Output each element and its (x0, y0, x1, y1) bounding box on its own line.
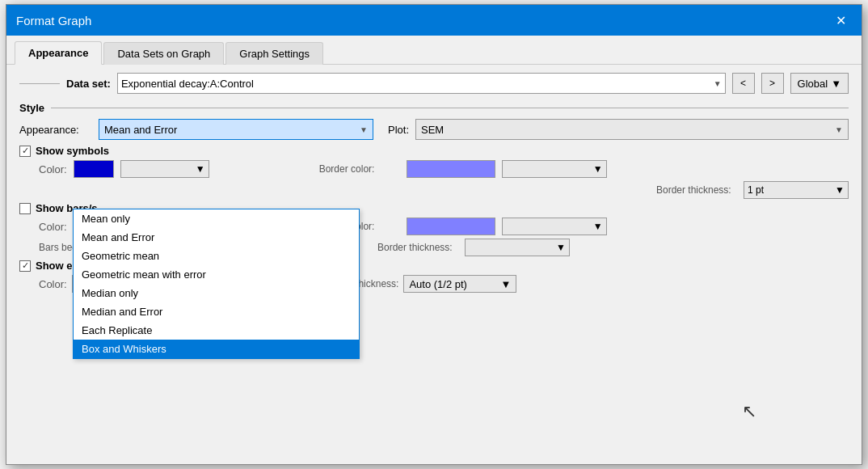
global-label: Global (798, 78, 828, 90)
dataset-row: Data set: Exponential decay:A:Control ▼ … (19, 73, 849, 94)
plot-value: SEM (421, 124, 444, 136)
appearance-value: Mean and Error (104, 124, 177, 136)
symbols-thickness-row: Border thickness: 1 pt ▼ (19, 181, 849, 199)
bars-thickness-arrow: ▼ (556, 242, 566, 253)
symbols-border-dropdown[interactable]: ▼ (502, 160, 607, 178)
bars-border-dropdown[interactable]: ▼ (502, 218, 607, 235)
bars-thickness-label: Border thickness: (377, 242, 458, 253)
show-error-bars-checkbox[interactable] (19, 260, 31, 272)
dd-item-mean-only[interactable]: Mean only (74, 209, 359, 228)
dataset-label: Data set: (66, 78, 111, 90)
thickness-arrow: ▼ (501, 278, 512, 290)
dataset-prev-button[interactable]: < (732, 73, 755, 94)
appearance-dropdown-arrow: ▼ (360, 125, 368, 134)
dd-item-median-only[interactable]: Median only (74, 284, 359, 302)
symbols-border-color-label: Border color: (319, 163, 400, 175)
tabs-bar: Appearance Data Sets on Graph Graph Sett… (6, 36, 862, 65)
symbols-fill-dropdown[interactable]: ▼ (120, 160, 209, 178)
thickness-value: Auto (1/2 pt) (409, 278, 467, 290)
show-symbols-row: Show symbols (19, 145, 849, 157)
bars-thickness-dropdown[interactable]: ▼ (465, 239, 570, 256)
error-color-label: Color: (39, 278, 67, 290)
dd-item-mean-and-error[interactable]: Mean and Error (74, 228, 359, 247)
plot-dropdown-arrow: ▼ (835, 125, 843, 134)
dataset-select[interactable]: Exponential decay:A:Control ▼ (117, 73, 726, 94)
appearance-dropdown-popup: Mean only Mean and Error Geometric mean … (73, 209, 360, 359)
show-bars-checkbox[interactable] (19, 203, 31, 214)
thickness-dropdown[interactable]: Auto (1/2 pt) ▼ (403, 275, 516, 293)
dataset-next-button[interactable]: > (761, 73, 784, 94)
symbols-border-thickness-label: Border thickness: (656, 184, 737, 196)
title-bar: Format Graph ✕ (6, 5, 862, 36)
dd-item-each-replicate[interactable]: Each Replicate (74, 321, 359, 340)
appearance-row: Appearance: Mean and Error ▼ Plot: SEM ▼ (19, 119, 849, 140)
appearance-label: Appearance: (19, 124, 92, 136)
dialog-title: Format Graph (16, 14, 91, 27)
symbols-color-swatch[interactable] (74, 160, 114, 178)
bars-border-swatch[interactable] (407, 218, 495, 235)
symbols-thickness-dropdown[interactable]: 1 pt ▼ (744, 181, 849, 199)
dd-item-median-and-error[interactable]: Median and Error (74, 302, 359, 321)
tab-appearance[interactable]: Appearance (15, 41, 102, 65)
show-symbols-label: Show symbols (36, 145, 109, 157)
dataset-dropdown-arrow: ▼ (714, 79, 722, 88)
tab-graph-settings[interactable]: Graph Settings (225, 42, 323, 65)
symbols-color-row: Color: ▼ Border color: ▼ (19, 160, 849, 178)
plot-dropdown[interactable]: SEM ▼ (415, 119, 849, 140)
symbols-border-arrow: ▼ (593, 163, 603, 175)
tab-content: Data set: Exponential decay:A:Control ▼ … (6, 65, 862, 464)
symbols-border-swatch[interactable] (407, 160, 495, 178)
dd-item-box-whiskers[interactable]: Box and Whiskers (74, 340, 359, 358)
style-section-title: Style (19, 102, 849, 114)
bars-border-arrow: ▼ (593, 221, 603, 232)
dd-item-geometric-mean[interactable]: Geometric mean (74, 247, 359, 265)
dd-item-geometric-mean-error[interactable]: Geometric mean with error (74, 265, 359, 284)
symbols-thickness-value: 1 pt (748, 184, 764, 196)
bars-color-label: Color: (39, 221, 67, 233)
global-button[interactable]: Global ▼ (790, 73, 849, 94)
global-arrow: ▼ (831, 78, 841, 90)
dataset-value: Exponential decay:A:Control (121, 78, 254, 90)
symbols-fill-arrow: ▼ (196, 163, 205, 175)
tab-data-sets[interactable]: Data Sets on Graph (103, 42, 224, 65)
symbols-color-label: Color: (39, 163, 67, 175)
appearance-dropdown[interactable]: Mean and Error ▼ (99, 119, 373, 140)
close-button[interactable]: ✕ (829, 9, 852, 32)
symbols-thickness-arrow: ▼ (835, 184, 845, 196)
show-symbols-checkbox[interactable] (19, 146, 31, 157)
format-graph-dialog: Format Graph ✕ Appearance Data Sets on G… (6, 4, 862, 465)
plot-label: Plot: (388, 124, 409, 136)
cursor-indicator: ↖ (742, 401, 756, 422)
